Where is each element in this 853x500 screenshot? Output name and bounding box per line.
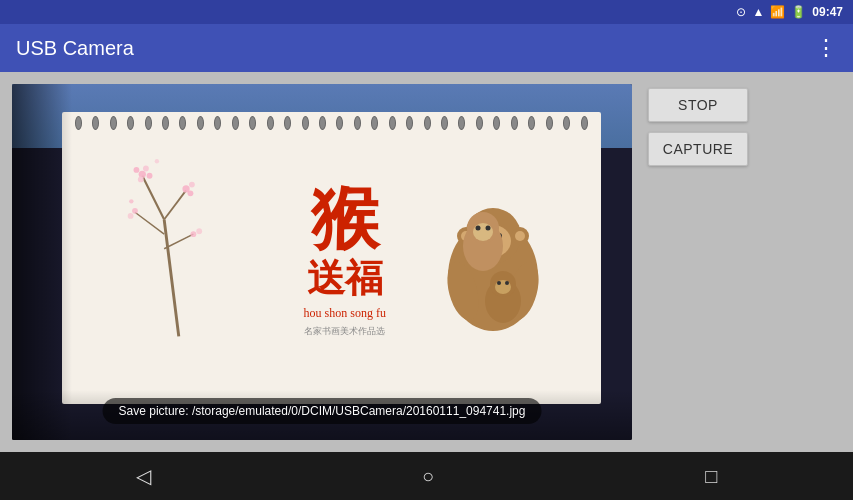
signal-icon: 📶 xyxy=(770,5,785,19)
spiral-dot xyxy=(179,116,186,130)
svg-point-17 xyxy=(154,159,158,163)
svg-point-35 xyxy=(485,226,490,231)
svg-point-39 xyxy=(497,281,501,285)
svg-point-7 xyxy=(143,166,149,172)
cam-left-shadow xyxy=(12,84,72,440)
spiral-dot xyxy=(458,116,465,130)
camera-content: 猴 送福 hou shon song fu 名家书画美术作品选 xyxy=(12,84,632,440)
camera-view: 猴 送福 hou shon song fu 名家书画美术作品选 xyxy=(12,84,632,440)
spiral-dot xyxy=(476,116,483,130)
controls-panel: STOP CAPTURE xyxy=(648,84,748,440)
spiral-dot xyxy=(371,116,378,130)
svg-point-34 xyxy=(475,226,480,231)
svg-point-33 xyxy=(473,223,493,241)
svg-point-15 xyxy=(132,208,138,214)
svg-point-18 xyxy=(129,200,133,204)
spiral-dot xyxy=(389,116,396,130)
spiral-dot xyxy=(406,116,413,130)
nav-bar: ◁ ○ □ xyxy=(0,452,853,500)
calendar-body: 猴 送福 hou shon song fu 名家书画美术作品选 xyxy=(62,112,601,404)
spiral-dot xyxy=(336,116,343,130)
svg-line-2 xyxy=(164,191,186,220)
wifi-icon: ▲ xyxy=(752,5,764,19)
monkeys-area xyxy=(385,156,590,346)
recents-nav-icon[interactable]: □ xyxy=(705,465,717,488)
svg-point-11 xyxy=(189,182,195,188)
status-bar: ⊙ ▲ 📶 🔋 09:47 xyxy=(0,0,853,24)
spiral-dot xyxy=(528,116,535,130)
save-path-bar: Save picture: /storage/emulated/0/DCIM/U… xyxy=(103,398,542,424)
spiral-dot xyxy=(302,116,309,130)
svg-line-3 xyxy=(164,235,193,250)
spiral-dot xyxy=(145,116,152,130)
spiral-dot xyxy=(354,116,361,130)
location-icon: ⊙ xyxy=(736,5,746,19)
spiral-dot xyxy=(75,116,82,130)
capture-button[interactable]: CAPTURE xyxy=(648,132,748,166)
svg-point-14 xyxy=(196,229,202,235)
spiral-dot xyxy=(267,116,274,130)
battery-icon: 🔋 xyxy=(791,5,806,19)
svg-point-13 xyxy=(190,232,196,238)
spiral-dot xyxy=(127,116,134,130)
spiral-dot xyxy=(249,116,256,130)
spiral-dot xyxy=(424,116,431,130)
spiral-binding xyxy=(62,114,601,132)
spiral-dot xyxy=(110,116,117,130)
spiral-dot xyxy=(92,116,99,130)
spiral-dot xyxy=(546,116,553,130)
home-nav-icon[interactable]: ○ xyxy=(422,465,434,488)
spiral-dot xyxy=(493,116,500,130)
svg-line-4 xyxy=(135,213,164,235)
back-nav-icon[interactable]: ◁ xyxy=(136,464,151,488)
svg-point-9 xyxy=(137,177,143,183)
main-content: 猴 送福 hou shon song fu 名家书画美术作品选 xyxy=(0,72,853,452)
svg-point-12 xyxy=(187,191,193,197)
spiral-dot xyxy=(284,116,291,130)
svg-line-0 xyxy=(164,220,179,337)
spiral-dot xyxy=(162,116,169,130)
spiral-dot xyxy=(319,116,326,130)
app-bar: USB Camera ⋮ xyxy=(0,24,853,72)
overflow-menu-icon[interactable]: ⋮ xyxy=(815,35,837,61)
stop-button[interactable]: STOP xyxy=(648,88,748,122)
spiral-dot xyxy=(581,116,588,130)
svg-point-28 xyxy=(515,231,525,241)
status-time: 09:47 xyxy=(812,5,843,19)
monkeys-svg xyxy=(408,146,568,346)
spiral-dot xyxy=(441,116,448,130)
svg-point-8 xyxy=(146,173,152,179)
spiral-dot xyxy=(511,116,518,130)
svg-point-6 xyxy=(133,167,139,173)
svg-point-40 xyxy=(505,281,509,285)
spiral-dot xyxy=(214,116,221,130)
spiral-dot xyxy=(563,116,570,130)
spiral-dot xyxy=(232,116,239,130)
spiral-dot xyxy=(197,116,204,130)
svg-point-16 xyxy=(127,213,133,219)
svg-line-1 xyxy=(142,176,164,220)
app-title: USB Camera xyxy=(16,37,134,60)
